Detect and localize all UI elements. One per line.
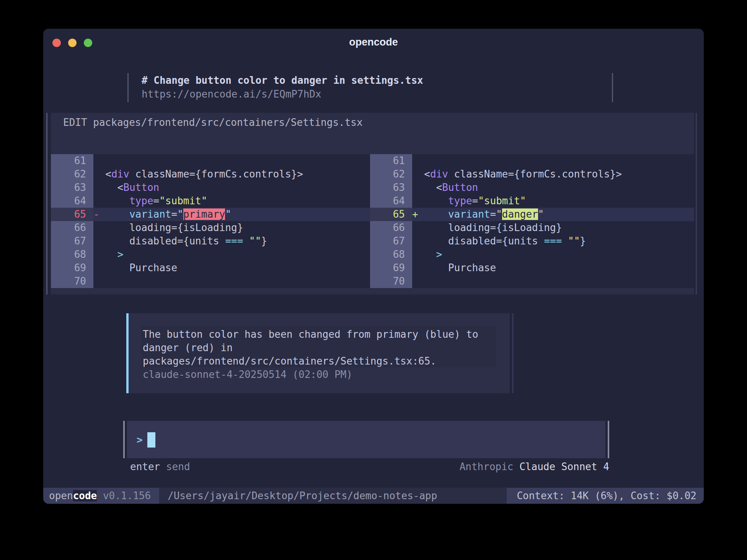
diff-code-line: > (412, 248, 694, 261)
diff-line-number: 64 (51, 194, 93, 208)
diff-code-line: <div className={formCs.controls}> (412, 168, 694, 181)
diff-view: 616162 <div className={formCs.controls}>… (51, 154, 694, 288)
diff-code-line: disabled={units === ""} (412, 234, 694, 248)
assistant-message-meta: claude-sonnet-4-20250514 (02:00 PM) (143, 368, 478, 381)
assistant-message-text: The button color has been changed from p… (143, 328, 478, 381)
diff-code-line: Purchase (93, 261, 370, 275)
keyboard-hint: enter send (130, 460, 190, 474)
user-message-title: # Change button color to danger in setti… (142, 73, 423, 87)
edit-panel-left-line (46, 113, 47, 295)
diff-row: 62 <div className={formCs.controls}>62 <… (51, 168, 694, 181)
provider-name: Anthropic (460, 461, 514, 472)
diff-code-line: > (93, 248, 370, 261)
window-title: opencode (43, 36, 704, 48)
diff-row: 65- variant="primary"65+ variant="danger… (51, 208, 694, 221)
diff-code-line (412, 154, 694, 168)
diff-line-number: 65 (51, 208, 93, 221)
prompt-left-line (123, 421, 125, 458)
diff-line-number: 65 (370, 208, 412, 221)
diff-line-number: 63 (51, 181, 93, 194)
share-url[interactable]: https://opencode.ai/s/EQmP7hDx (142, 87, 423, 101)
diff-row: 64 type="submit"64 type="submit" (51, 194, 694, 208)
diff-code-line: loading={isLoading} (412, 221, 694, 234)
diff-code-line: <Button (93, 181, 370, 194)
context-cost-segment: Context: 14K (6%), Cost: $0.02 (507, 488, 704, 504)
diff-code-line: type="submit" (412, 194, 694, 208)
diff-code-line: <div className={formCs.controls}> (93, 168, 370, 181)
assistant-message-line: The button color has been changed from p… (143, 328, 478, 341)
assistant-message-line: danger (red) in (143, 341, 478, 355)
prompt-symbol: > (137, 434, 143, 446)
diff-code-line: + variant="danger" (412, 208, 694, 221)
hint-key: enter (130, 461, 160, 472)
status-bar: opencode v0.1.156 /Users/jayair/Desktop/… (43, 488, 704, 504)
diff-line-number: 70 (370, 275, 412, 288)
diff-line-number: 64 (370, 194, 412, 208)
diff-line-number: 69 (51, 261, 93, 275)
diff-line-number: 62 (370, 168, 412, 181)
diff-code-line: <Button (412, 181, 694, 194)
user-message-right-border (612, 73, 613, 102)
text-cursor (147, 432, 155, 448)
diff-line-number: 70 (51, 275, 93, 288)
assistant-message-line: packages/frontend/src/containers/Setting… (143, 355, 478, 368)
diff-line-number: 68 (370, 248, 412, 261)
diff-row: 7070 (51, 275, 694, 288)
user-message: # Change button color to danger in setti… (142, 73, 423, 101)
diff-row: 67 disabled={units === ""}67 disabled={u… (51, 234, 694, 248)
diff-code-line: - variant="primary" (93, 208, 370, 221)
assistant-message-right-line (512, 313, 514, 393)
user-message-left-border (127, 73, 129, 102)
diff-code-line (412, 275, 694, 288)
diff-line-number: 63 (370, 181, 412, 194)
diff-row: 68 >68 > (51, 248, 694, 261)
diff-line-number: 67 (370, 234, 412, 248)
diff-line-number: 66 (370, 221, 412, 234)
model-name: Claude Sonnet 4 (519, 461, 609, 472)
diff-row: 63 <Button63 <Button (51, 181, 694, 194)
diff-code-line (93, 275, 370, 288)
model-info: Anthropic Claude Sonnet 4 (460, 460, 609, 474)
opencode-window: opencode # Change button color to danger… (43, 29, 704, 504)
diff-line-number: 62 (51, 168, 93, 181)
diff-line-number: 61 (370, 154, 412, 168)
diff-row: 69 Purchase69 Purchase (51, 261, 694, 275)
diff-line-number: 69 (370, 261, 412, 275)
edit-tool-panel: EDIT packages/frontend/src/containers/Se… (51, 113, 694, 295)
edit-panel-right-line (696, 113, 697, 295)
edit-file-path: packages/frontend/src/containers/Setting… (93, 117, 362, 128)
diff-code-line: disabled={units === ""} (93, 234, 370, 248)
diff-code-line: Purchase (412, 261, 694, 275)
app-name-open: open (49, 490, 73, 501)
app-version: v0.1.156 (103, 490, 151, 501)
assistant-message: The button color has been changed from p… (129, 313, 510, 393)
hint-action: send (166, 461, 190, 472)
diff-code-line: type="submit" (93, 194, 370, 208)
project-path: /Users/jayair/Desktop/Projects/demo-note… (168, 488, 437, 504)
diff-line-number: 66 (51, 221, 93, 234)
edit-panel-title: EDIT packages/frontend/src/containers/Se… (63, 117, 363, 128)
diff-line-number: 67 (51, 234, 93, 248)
app-name-code: code (73, 490, 97, 501)
diff-row: 66 loading={isLoading}66 loading={isLoad… (51, 221, 694, 234)
app-version-segment: opencode v0.1.156 (43, 488, 159, 504)
diff-code-line: loading={isLoading} (93, 221, 370, 234)
diff-line-number: 68 (51, 248, 93, 261)
prompt-right-line (608, 421, 609, 458)
edit-label: EDIT (63, 117, 87, 128)
diff-code-line (93, 154, 370, 168)
prompt-row: > (137, 431, 155, 448)
diff-line-number: 61 (51, 154, 93, 168)
diff-row: 6161 (51, 154, 694, 168)
prompt-input[interactable]: > (127, 421, 605, 458)
